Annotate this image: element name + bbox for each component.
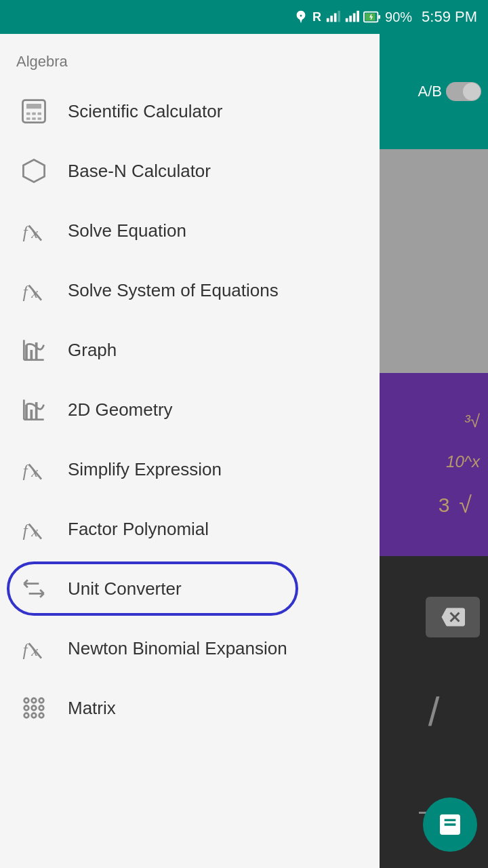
graph-icon-2 [16, 392, 52, 427]
menu-label-scientific-calculator: Scientific Calculator [68, 101, 222, 122]
svg-rect-4 [346, 18, 348, 22]
svg-text:f: f [23, 640, 30, 660]
svg-rect-3 [338, 11, 340, 22]
svg-point-51 [24, 713, 29, 718]
matrix-icon [16, 690, 52, 726]
svg-rect-7 [357, 11, 359, 22]
menu-label-base-n: Base-N Calculator [68, 161, 211, 182]
menu-item-scientific-calculator[interactable]: Scientific Calculator [0, 81, 380, 141]
backspace-button[interactable] [426, 597, 480, 637]
signal-icon-2 [344, 9, 359, 24]
menu-item-factor-polynomial[interactable]: f x Factor Polynomial [0, 499, 380, 559]
svg-rect-10 [378, 15, 380, 19]
menu-label-2d-geometry: 2D Geometry [68, 399, 173, 420]
fx-icon-2: f x [16, 273, 52, 308]
section-header: Algebra [0, 34, 380, 81]
battery-icon [363, 9, 381, 24]
svg-text:f: f [23, 222, 30, 242]
menu-item-simplify[interactable]: f x Simplify Expression [0, 439, 380, 499]
menu-label-solve-equation: Solve Equation [68, 220, 186, 241]
ab-label: A/B [418, 83, 442, 100]
fx-icon-4: f x [16, 511, 52, 547]
svg-point-53 [39, 713, 44, 718]
calculator-icon [16, 94, 52, 129]
status-time: 5:59 PM [422, 8, 477, 26]
svg-text:f: f [23, 282, 30, 302]
cube-root-text: ³√ [464, 411, 480, 432]
svg-rect-2 [334, 14, 337, 22]
toggle-knob [463, 83, 481, 100]
svg-marker-19 [23, 160, 44, 182]
power-text: 10^x [446, 452, 480, 471]
svg-rect-0 [327, 18, 329, 22]
svg-rect-5 [349, 16, 352, 22]
menu-item-solve-equation[interactable]: f x Solve Equation [0, 201, 380, 260]
svg-rect-17 [32, 117, 36, 120]
svg-point-52 [32, 713, 37, 718]
right-teal-section: A/B [380, 34, 488, 149]
menu-label-matrix: Matrix [68, 698, 116, 719]
menu-item-base-n-calculator[interactable]: Base-N Calculator [0, 141, 380, 201]
status-icons: R 90% 5:59 PM [293, 8, 477, 26]
signal-icon [325, 9, 340, 24]
graph-icon-1 [16, 332, 52, 368]
menu-item-newton-binomial[interactable]: f x Newton Binomial Expansion [0, 618, 380, 678]
menu-item-2d-geometry[interactable]: 2D Geometry [0, 380, 380, 439]
fx-icon-5: f x [16, 631, 52, 666]
svg-rect-1 [330, 16, 333, 22]
menu-label-simplify: Simplify Expression [68, 459, 222, 480]
menu-label-solve-system: Solve System of Equations [68, 280, 279, 301]
ab-toggle: A/B [418, 82, 481, 101]
svg-rect-14 [32, 113, 36, 115]
status-bar: R 90% 5:59 PM [0, 0, 488, 34]
menu-item-unit-converter[interactable]: Unit Converter [0, 559, 380, 618]
equals-fab[interactable] [423, 797, 477, 852]
battery-percent: 90% [385, 9, 412, 25]
svg-text:f: f [23, 461, 30, 481]
svg-rect-18 [38, 117, 42, 120]
svg-text:f: f [23, 521, 30, 540]
alarm-icon [293, 9, 308, 24]
drawer: Algebra Scientific Calculator [0, 34, 380, 868]
svg-point-49 [32, 706, 37, 711]
menu-item-matrix[interactable]: Matrix [0, 678, 380, 738]
svg-rect-15 [38, 113, 42, 115]
menu-label-graph: Graph [68, 340, 117, 361]
menu-item-graph[interactable]: Graph [0, 320, 380, 380]
svg-rect-13 [26, 113, 30, 115]
menu-label-factor-polynomial: Factor Polynomial [68, 519, 209, 540]
svg-point-47 [39, 698, 44, 703]
sqrt-text: √ [459, 492, 472, 518]
fx-icon-1: f x [16, 213, 52, 248]
svg-point-50 [39, 706, 44, 711]
svg-rect-12 [26, 104, 41, 108]
svg-point-45 [24, 698, 29, 703]
svg-rect-16 [26, 117, 30, 120]
menu-label-newton-binomial: Newton Binomial Expansion [68, 638, 287, 659]
menu-label-unit-converter: Unit Converter [68, 578, 182, 599]
right-panel: A/B ³√ 10^x 3 √ [380, 34, 488, 868]
hexagon-icon [16, 153, 52, 189]
right-gray-section [380, 149, 488, 373]
r-indicator: R [312, 10, 321, 24]
toggle-switch[interactable] [446, 82, 481, 101]
svg-rect-6 [353, 14, 356, 22]
fx-icon-3: f x [16, 452, 52, 487]
main-container: Algebra Scientific Calculator [0, 34, 488, 868]
right-purple-section: ³√ 10^x 3 √ [380, 373, 488, 556]
three-text: 3 [439, 494, 450, 517]
convert-icon [16, 571, 52, 606]
divide-slash: / [428, 692, 440, 732]
svg-point-46 [32, 698, 37, 703]
right-dark-section: / — [380, 556, 488, 868]
svg-point-48 [24, 706, 29, 711]
menu-item-solve-system[interactable]: f x Solve System of Equations [0, 260, 380, 320]
